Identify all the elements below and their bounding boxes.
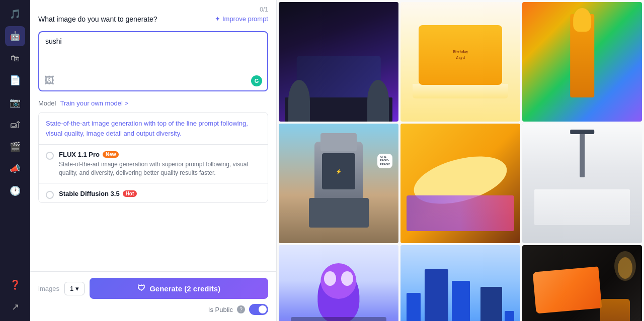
model-name-flux: FLUX 1.1 Pro — [59, 151, 100, 158]
gallery-item-banana[interactable] — [400, 124, 520, 243]
prompt-textarea[interactable]: sushi — [45, 37, 261, 67]
right-panel: BirthdayZayd ⚡ AI ISEASY-PEASY — [277, 0, 644, 321]
images-label: images — [38, 285, 59, 292]
model-info-flux: FLUX 1.1 Pro New State-of-the-art image … — [59, 151, 261, 177]
sparkle-icon: ✦ — [215, 15, 220, 23]
left-panel: 0/1 What image do you want to generate? … — [30, 0, 277, 321]
is-public-label: Is Public — [208, 306, 233, 313]
sidebar-icon-document[interactable]: 📄 — [5, 70, 25, 90]
images-select[interactable]: 1 ▾ — [64, 282, 85, 295]
model-desc-flux: State-of-the-art image generation with s… — [59, 160, 261, 177]
sidebar-icon-couch[interactable]: 🛋 — [5, 115, 25, 135]
sidebar-icon-megaphone[interactable]: 📣 — [5, 159, 25, 179]
model-badge-flux: New — [103, 151, 119, 158]
model-label: Model — [38, 99, 56, 107]
sidebar-icon-camera[interactable]: 📷 — [5, 92, 25, 113]
train-model-link[interactable]: Train your own model > — [60, 99, 128, 107]
prompt-label: What image do you want to generate? — [38, 15, 157, 23]
sidebar: 🎵 🤖 🛍 📄 📷 🛋 🎬 📣 🕐 ❓ ↗ — [0, 0, 30, 321]
generate-icon: 🛡 — [137, 284, 145, 293]
chevron-down-icon: ▾ — [75, 285, 79, 292]
model-info-sd: Stable Diffusion 3.5 Hot — [59, 190, 137, 199]
gallery-item-giraffe[interactable] — [522, 2, 642, 122]
image-attach-icon[interactable]: 🖼 — [44, 75, 54, 86]
grammarly-icon: G — [251, 75, 262, 86]
is-public-toggle[interactable] — [249, 304, 268, 315]
model-radio-sd[interactable] — [46, 191, 54, 199]
sidebar-icon-help[interactable]: ❓ — [5, 275, 25, 295]
gallery-item-salmon[interactable] — [522, 245, 642, 321]
model-radio-flux[interactable] — [46, 152, 54, 160]
prompt-textarea-wrapper: sushi 🖼 G — [38, 31, 268, 91]
model-option-flux[interactable]: FLUX 1.1 Pro New State-of-the-art image … — [39, 145, 268, 184]
bottom-public-row: Is Public ? — [38, 304, 268, 315]
sidebar-icon-bag[interactable]: 🛍 — [5, 48, 25, 68]
generate-button[interactable]: 🛡 Generate (2 credits) — [90, 278, 268, 299]
improve-prompt-button[interactable]: ✦ Improve prompt — [215, 15, 268, 23]
is-public-help-icon[interactable]: ? — [237, 305, 245, 313]
gallery-grid: BirthdayZayd ⚡ AI ISEASY-PEASY — [277, 0, 644, 321]
gallery-item-city[interactable] — [400, 245, 520, 321]
gallery-item-robot[interactable]: ⚡ AI ISEASY-PEASY — [279, 124, 398, 243]
sidebar-icon-audio[interactable]: 🎵 — [5, 4, 25, 24]
sidebar-icon-robot[interactable]: 🤖 — [5, 26, 25, 46]
panel-content: 0/1 What image do you want to generate? … — [30, 0, 276, 271]
gallery-item-dining[interactable] — [522, 124, 642, 243]
model-option-sd[interactable]: Stable Diffusion 3.5 Hot — [39, 184, 268, 202]
sidebar-icon-export[interactable]: ↗ — [5, 297, 25, 317]
sidebar-icon-history[interactable]: 🕐 — [5, 181, 25, 201]
gallery-item-cake[interactable]: BirthdayZayd — [400, 2, 520, 122]
model-top-description: State-of-the-art image generation with t… — [39, 113, 268, 145]
model-badge-sd: Hot — [123, 190, 137, 197]
model-list: State-of-the-art image generation with t… — [38, 112, 268, 203]
model-row: Model Train your own model > — [38, 99, 268, 107]
gallery-item-monkey[interactable] — [279, 245, 398, 321]
model-name-sd: Stable Diffusion 3.5 — [59, 190, 120, 197]
gallery-item-truck[interactable] — [279, 2, 398, 122]
bottom-generate-row: images 1 ▾ 🛡 Generate (2 credits) — [38, 278, 268, 299]
sidebar-icon-video[interactable]: 🎬 — [5, 137, 25, 157]
bottom-bar: images 1 ▾ 🛡 Generate (2 credits) Is Pub… — [30, 271, 276, 321]
char-counter: 0/1 — [38, 4, 268, 15]
